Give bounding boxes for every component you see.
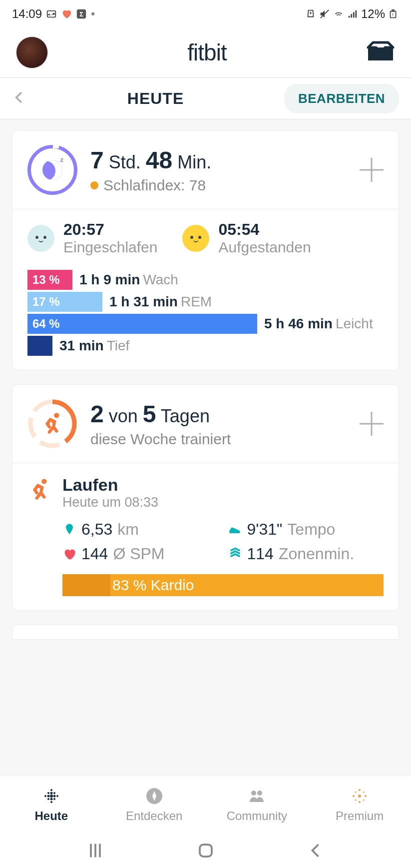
sleep-card-header: z 7 Std. 48 Min. Schlafindex: 78 [12,131,399,209]
add-sleep-button[interactable] [360,158,384,182]
stat-heartrate: 144 Ø SPM [62,545,218,563]
status-battery-pct: 12% [361,7,385,21]
activity-name: Laufen [62,475,158,495]
sleep-stage-rem: 17 % 1 h 31 minREM [27,292,384,312]
exercise-count: 2 von 5 Tagen [90,400,360,428]
recycle-icon [305,8,316,19]
signal-icon [347,8,358,19]
status-time: 14:09 [12,7,42,21]
brand-logo: fitbit [187,39,226,66]
add-exercise-button[interactable] [360,412,384,436]
svg-point-19 [47,792,49,794]
sleep-stage-deep: 31 minTief [27,336,384,356]
sleep-details: 20:57 Eingeschlafen 05:54 Aufgestanden [12,209,399,370]
sleep-stage-light: 64 % 5 h 46 minLeicht [27,314,384,334]
sleep-score: Schlafindex: 78 [90,177,360,194]
chevron-left-icon [12,90,27,105]
inbox-icon [366,40,395,62]
svg-point-37 [355,800,357,801]
runner-icon [27,477,52,502]
shoe-icon [228,523,242,537]
svg-point-35 [355,792,357,793]
sleep-stage-wake: 13 % 1 h 9 minWach [27,270,384,290]
svg-rect-42 [200,845,212,857]
sleep-card[interactable]: z 7 Std. 48 Min. Schlafindex: 78 [12,130,399,370]
amber-dot-icon [90,181,98,189]
cardio-bar: 83 % Kardio [62,574,384,596]
svg-point-38 [363,800,365,801]
heart-icon [61,8,72,19]
nav-discover-label: Entdecken [126,809,182,823]
sleep-duration: 7 Std. 48 Min. [90,146,360,174]
nav-discover[interactable]: Entdecken [103,776,206,833]
svg-point-26 [56,795,58,797]
svg-point-20 [47,795,49,798]
date-bar: HEUTE BEARBEITEN [0,78,411,119]
sigma-icon: Σ [76,8,87,19]
svg-rect-7 [355,10,357,17]
people-icon [247,786,267,806]
avatar[interactable] [16,36,48,68]
svg-point-29 [257,791,262,796]
svg-point-22 [53,792,55,794]
svg-point-36 [363,792,365,793]
picture-icon [46,8,57,19]
edit-button[interactable]: BEARBEITEN [284,84,399,113]
stat-pace: 9'31" Tempo [228,520,384,539]
sleep-awake-time: 05:54 Aufgestanden [182,220,311,256]
sun-face-icon [182,225,209,252]
nav-premium[interactable]: Premium [308,776,411,833]
svg-rect-6 [353,12,355,17]
svg-point-17 [50,798,52,801]
wifi-icon [333,8,344,19]
back-icon [307,842,325,860]
svg-point-25 [44,795,46,797]
svg-point-15 [50,792,52,795]
nav-community[interactable]: Community [206,776,309,833]
svg-point-24 [53,798,55,800]
zone-icon [228,547,242,561]
svg-text:Σ: Σ [79,10,83,17]
sys-back-button[interactable] [307,842,325,860]
app-header: fitbit [0,27,411,77]
svg-point-34 [365,795,367,797]
svg-point-32 [359,801,361,803]
svg-point-13 [41,479,46,484]
exercise-subtitle: diese Woche trainiert [90,431,360,448]
back-button[interactable] [12,90,27,107]
exercise-card[interactable]: 2 von 5 Tagen diese Woche trainiert Lauf… [12,384,399,611]
svg-point-31 [358,795,361,798]
svg-point-14 [50,789,52,791]
svg-point-16 [50,795,53,798]
exercise-card-header: 2 von 5 Tagen diese Woche trainiert [12,385,399,463]
content-area[interactable]: z 7 Std. 48 Min. Schlafindex: 78 [0,119,411,776]
moon-face-icon [27,225,54,252]
bottom-nav: Heute Entdecken Community Premium [0,776,411,833]
fitbit-logo-icon [41,786,61,806]
sleep-asleep-time: 20:57 Eingeschlafen [27,220,157,256]
sys-home-button[interactable] [197,842,215,860]
system-nav [0,833,411,868]
battery-icon [388,8,399,19]
svg-point-12 [54,413,59,418]
svg-point-23 [53,795,55,798]
svg-point-30 [359,789,361,791]
premium-icon [350,786,370,806]
heart-icon [62,547,76,561]
status-bar: 14:09 Σ • 12% [0,0,411,27]
partial-card[interactable] [12,625,399,640]
inbox-button[interactable] [366,40,395,64]
nav-today-label: Heute [35,809,68,823]
runner-icon [40,411,65,436]
nav-today[interactable]: Heute [0,776,103,833]
pin-icon [62,523,76,537]
svg-rect-4 [349,15,350,17]
sys-recent-button[interactable] [86,842,104,860]
date-title: HEUTE [35,89,276,108]
nav-premium-label: Premium [336,809,384,823]
svg-point-33 [353,795,355,797]
exercise-details: Laufen Heute um 08:33 6,53 km 9'31" Temp… [12,463,399,610]
recent-icon [86,842,104,860]
compass-icon [144,786,164,806]
nav-community-label: Community [227,809,287,823]
